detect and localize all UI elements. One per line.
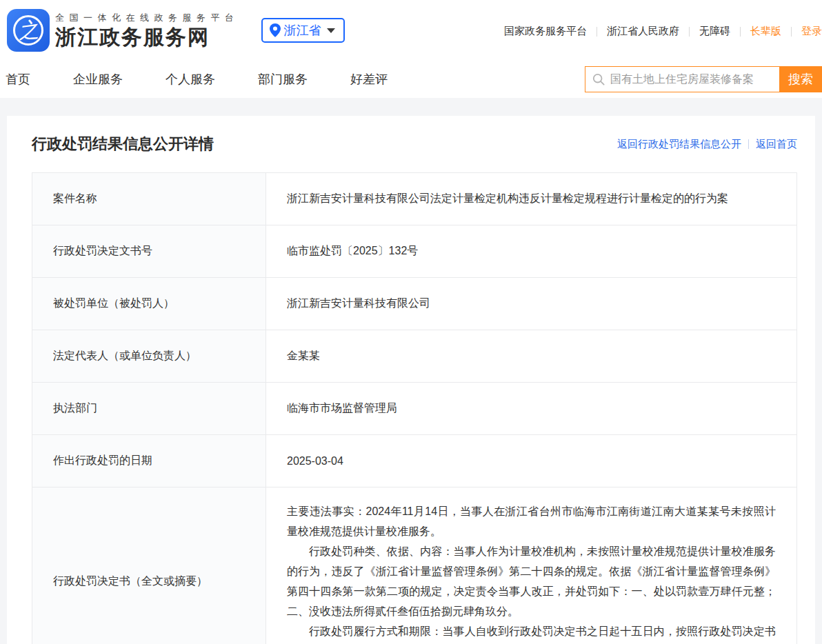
search-input[interactable] bbox=[610, 73, 769, 85]
row-label: 作出行政处罚的日期 bbox=[32, 435, 266, 487]
row-value: 浙江新吉安计量科技有限公司法定计量检定机构违反计量检定规程进行计量检定的的行为案 bbox=[266, 173, 797, 225]
search-bar: 搜索 bbox=[585, 66, 822, 92]
table-row-legal-representative: 法定代表人（或单位负责人） 金某某 bbox=[32, 330, 797, 383]
nav-items: 首页 企业服务 个人服务 部门服务 好差评 bbox=[0, 71, 388, 88]
table-row-punished-unit: 被处罚单位（被处罚人） 浙江新吉安计量科技有限公司 bbox=[32, 278, 797, 330]
row-label: 行政处罚决定书（全文或摘要） bbox=[32, 487, 266, 644]
card-header: 行政处罚结果信息公开详情 返回行政处罚结果信息公开 返回首页 bbox=[32, 134, 797, 154]
region-selector[interactable]: 浙江省 bbox=[261, 18, 345, 43]
row-value: 临海市市场监督管理局 bbox=[266, 383, 797, 435]
table-row-penalty-date: 作出行政处罚的日期 2025-03-04 bbox=[32, 435, 797, 487]
divider bbox=[748, 139, 749, 149]
search-button[interactable]: 搜索 bbox=[779, 66, 822, 92]
detail-card: 行政处罚结果信息公开详情 返回行政处罚结果信息公开 返回首页 案件名称 浙江新吉… bbox=[7, 116, 815, 644]
table-row-case-name: 案件名称 浙江新吉安计量科技有限公司法定计量检定机构违反计量检定规程进行计量检定… bbox=[32, 173, 797, 225]
site-header: 之 全国一体化在线政务服务平台 浙江政务服务网 浙江省 国家政务服务平台 浙江省… bbox=[0, 0, 822, 61]
decision-paragraph: 行政处罚履行方式和期限：当事人自收到行政处罚决定书之日起十五日内，按照行政处罚决… bbox=[287, 621, 776, 644]
row-label: 案件名称 bbox=[32, 173, 266, 225]
divider bbox=[740, 27, 741, 37]
divider bbox=[597, 27, 597, 37]
penalty-detail-table: 案件名称 浙江新吉安计量科技有限公司法定计量检定机构违反计量检定规程进行计量检定… bbox=[32, 172, 797, 644]
row-value: 浙江新吉安计量科技有限公司 bbox=[266, 278, 797, 330]
decision-paragraph: 主要违法事实：2024年11月14日，当事人在浙江省台州市临海市江南街道江南大道… bbox=[287, 501, 776, 541]
link-accessibility[interactable]: 无障碍 bbox=[699, 25, 730, 38]
page-title: 行政处罚结果信息公开详情 bbox=[32, 134, 214, 154]
back-to-home-link[interactable]: 返回首页 bbox=[756, 138, 797, 151]
row-value: 金某某 bbox=[266, 330, 797, 383]
search-icon bbox=[592, 73, 605, 85]
row-label: 行政处罚决定文书号 bbox=[32, 225, 266, 278]
page-background: 行政处罚结果信息公开详情 返回行政处罚结果信息公开 返回首页 案件名称 浙江新吉… bbox=[0, 98, 822, 644]
platform-tagline: 全国一体化在线政务服务平台 bbox=[55, 13, 239, 22]
table-row-enforcement-department: 执法部门 临海市市场监督管理局 bbox=[32, 383, 797, 435]
top-links: 国家政务服务平台 浙江省人民政府 无障碍 长辈版 登录 bbox=[504, 25, 822, 38]
brand-text: 全国一体化在线政务服务平台 浙江政务服务网 bbox=[55, 13, 239, 48]
decision-paragraph: 行政处罚种类、依据、内容：当事人作为计量校准机构，未按照计量校准规范提供计量校准… bbox=[287, 541, 776, 621]
row-value: 临市监处罚〔2025〕132号 bbox=[266, 225, 797, 278]
row-value: 2025-03-04 bbox=[266, 435, 797, 487]
divider bbox=[791, 27, 792, 37]
site-logo[interactable]: 之 bbox=[7, 9, 50, 52]
row-label: 法定代表人（或单位负责人） bbox=[32, 330, 266, 383]
nav-item-home[interactable]: 首页 bbox=[6, 71, 30, 88]
search-box bbox=[585, 66, 779, 92]
row-label: 被处罚单位（被处罚人） bbox=[32, 278, 266, 330]
location-pin-icon bbox=[270, 23, 281, 37]
back-to-list-link[interactable]: 返回行政处罚结果信息公开 bbox=[617, 138, 741, 151]
nav-item-review[interactable]: 好差评 bbox=[350, 71, 388, 88]
back-links: 返回行政处罚结果信息公开 返回首页 bbox=[617, 138, 797, 151]
link-login[interactable]: 登录 bbox=[801, 25, 822, 38]
table-row-penalty-decision: 行政处罚决定书（全文或摘要） 主要违法事实：2024年11月14日，当事人在浙江… bbox=[32, 487, 797, 644]
row-value: 主要违法事实：2024年11月14日，当事人在浙江省台州市临海市江南街道江南大道… bbox=[266, 487, 797, 644]
nav-item-personal[interactable]: 个人服务 bbox=[166, 71, 215, 88]
region-label: 浙江省 bbox=[284, 22, 321, 39]
link-provincial-gov[interactable]: 浙江省人民政府 bbox=[607, 25, 679, 38]
nav-item-enterprise[interactable]: 企业服务 bbox=[73, 71, 123, 88]
site-name: 浙江政务服务网 bbox=[55, 27, 239, 48]
link-national-platform[interactable]: 国家政务服务平台 bbox=[504, 25, 587, 38]
divider bbox=[689, 27, 690, 37]
link-elder-version[interactable]: 长辈版 bbox=[750, 25, 781, 38]
main-nav: 首页 企业服务 个人服务 部门服务 好差评 搜索 bbox=[0, 61, 822, 98]
logo-glyph-icon: 之 bbox=[4, 6, 52, 54]
row-label: 执法部门 bbox=[32, 383, 266, 435]
table-row-document-number: 行政处罚决定文书号 临市监处罚〔2025〕132号 bbox=[32, 225, 797, 278]
chevron-down-icon bbox=[327, 28, 335, 33]
nav-item-department[interactable]: 部门服务 bbox=[258, 71, 308, 88]
